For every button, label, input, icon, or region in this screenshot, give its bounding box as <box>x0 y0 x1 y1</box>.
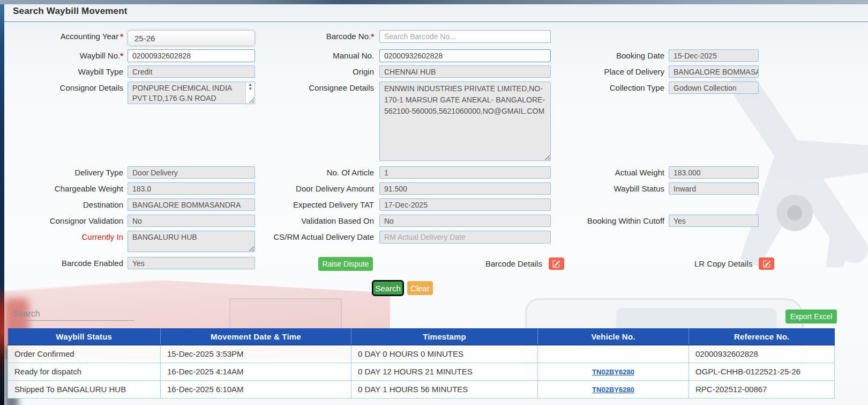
waybill-no-input[interactable] <box>128 49 255 62</box>
chargeable-weight-field: 183.0 <box>128 182 255 195</box>
barcode-details-edit-button[interactable] <box>549 257 564 270</box>
actual-weight-field: 183.000 <box>669 166 759 179</box>
waybill-no-label: Waybill No.* <box>4 49 123 60</box>
datetime-cell: 16-Dec-2025 6:10AM <box>161 380 351 398</box>
consignee-details-label: Consignee Details <box>258 82 374 92</box>
consignor-validation-label: Consignor Validation <box>4 215 123 225</box>
status-cell: Shipped To BANGALURU HUB <box>8 380 161 398</box>
vehicle-cell: TN02BY6280 <box>538 380 689 398</box>
reference-cell: RPC-202512-00867 <box>689 380 835 398</box>
accounting-year-label: Accounting Year* <box>4 30 123 41</box>
waybill-status-field: Inward <box>669 182 759 195</box>
export-excel-button[interactable]: Export Excel <box>785 310 837 323</box>
expected-delivery-tat-field: 17-Dec-2025 <box>379 198 551 211</box>
consignor-validation-field: No <box>128 215 255 227</box>
table-filter-input[interactable] <box>13 307 134 321</box>
col-header-movement-datetime: Movement Date & Time <box>161 328 351 345</box>
movement-table: Waybill Status Movement Date & Time Time… <box>8 328 835 399</box>
search-button[interactable]: Search <box>373 281 403 295</box>
resize-handle-icon[interactable] <box>544 154 550 160</box>
consignor-details-textarea: PONPURE CHEMICAL INDIA PVT LTD,176 G.N R… <box>128 82 255 104</box>
required-asterisk: * <box>120 32 123 41</box>
col-header-vehicle-no: Vehicle No. <box>538 328 689 345</box>
waybill-type-label: Waybill Type <box>4 65 123 76</box>
table-row: Order Confirmed 15-Dec-2025 3:53PM 0 DAY… <box>8 345 835 363</box>
table-row: Shipped To BANGALURU HUB 16-Dec-2025 6:1… <box>8 380 835 398</box>
origin-label: Origin <box>258 65 374 76</box>
currently-in-label: Currently In <box>4 231 123 241</box>
lr-copy-details-edit-button[interactable] <box>759 257 774 270</box>
booking-within-cutoff-field: Yes <box>669 215 759 227</box>
barcode-details-label: Barcode Details <box>485 259 542 268</box>
validation-based-on-field: No <box>379 215 551 227</box>
place-of-delivery-label: Place of Delivery <box>551 65 664 76</box>
collection-type-label: Collection Type <box>551 82 664 92</box>
reference-cell: 02000932602828 <box>689 345 835 363</box>
door-delivery-amount-label: Door Delivery Amount <box>258 182 374 193</box>
table-header-row: Waybill Status Movement Date & Time Time… <box>8 328 835 345</box>
col-header-reference-no: Reference No. <box>689 328 835 345</box>
page-title: Search Waybill Movement <box>13 6 128 17</box>
delivery-type-field: Door Delivery <box>128 166 255 179</box>
currently-in-textarea: BANGALURU HUB <box>128 231 255 252</box>
destination-label: Destination <box>4 198 123 209</box>
actual-weight-label: Actual Weight <box>551 166 664 177</box>
datetime-cell: 16-Dec-2025 4:14AM <box>161 363 351 380</box>
vehicle-no-link[interactable]: TN02BY6280 <box>592 386 634 394</box>
vehicle-cell <box>538 345 689 363</box>
chargeable-weight-label: Chargeable Weight <box>4 182 123 193</box>
place-of-delivery-field: BANGALORE BOMMASANDRA <box>669 65 759 78</box>
barcode-no-input[interactable] <box>379 30 551 43</box>
manual-no-label: Manual No. <box>258 49 374 60</box>
manual-no-input[interactable] <box>379 49 551 62</box>
cs-rm-actual-delivery-date-input[interactable] <box>379 231 551 244</box>
raise-dispute-button[interactable]: Raise Dispute <box>318 257 373 271</box>
title-divider <box>4 21 868 22</box>
timestamp-cell: 0 DAY 0 HOURS 0 MINUTES <box>351 345 538 363</box>
status-cell: Ready for dispatch <box>8 363 161 380</box>
required-asterisk: * <box>371 32 374 41</box>
col-header-timestamp: Timestamp <box>351 328 538 345</box>
timestamp-cell: 0 DAY 12 HOURS 21 MINUTES <box>351 363 538 380</box>
booking-date-field: 15-Dec-2025 <box>669 49 759 62</box>
collection-type-field: Godown Collection <box>669 82 759 94</box>
cs-rm-actual-delivery-date-label: CS/RM Actual Delivery Date <box>258 231 374 241</box>
table-row: Ready for dispatch 16-Dec-2025 4:14AM 0 … <box>8 363 835 380</box>
validation-based-on-label: Validation Based On <box>258 215 374 225</box>
lr-copy-details-label: LR Copy Details <box>694 259 752 268</box>
accounting-year-select[interactable]: 25-26 <box>128 30 255 46</box>
origin-field: CHENNAI HUB <box>379 65 551 78</box>
clear-button[interactable]: Clear <box>407 281 433 295</box>
resize-handle-icon[interactable] <box>249 246 254 251</box>
consignor-details-label: Consignor Details <box>4 82 123 92</box>
barcode-enabled-field: Yes <box>128 257 255 269</box>
no-of-article-label: No. Of Article <box>258 166 374 177</box>
edit-icon <box>552 260 560 268</box>
no-of-article-field: 1 <box>379 166 551 179</box>
booking-within-cutoff-label: Booking Within Cutoff <box>551 215 664 225</box>
datetime-cell: 15-Dec-2025 3:53PM <box>161 345 351 363</box>
expected-delivery-tat-label: Expected Delivery TAT <box>258 198 374 209</box>
reference-cell: OGPL-CHHB-0122521-25-26 <box>689 363 835 380</box>
vehicle-cell: TN02BY6280 <box>538 363 689 380</box>
consignee-details-textarea: ENNWIN INDUSTRIES PRIVATE LIMITED,NO-170… <box>379 82 551 161</box>
waybill-status-label: Waybill Status <box>551 182 664 193</box>
door-delivery-amount-field: 91.500 <box>379 182 551 195</box>
delivery-type-label: Delivery Type <box>4 166 123 177</box>
status-cell: Order Confirmed <box>8 345 161 363</box>
destination-field: BANGALORE BOMMASANDRA <box>128 198 255 211</box>
edit-icon <box>763 260 770 268</box>
window-top-band <box>0 0 868 4</box>
col-header-waybill-status: Waybill Status <box>8 328 161 345</box>
waybill-type-field: Credit <box>128 65 255 78</box>
booking-date-label: Booking Date <box>551 49 664 60</box>
barcode-no-label: Barcode No.* <box>258 30 374 41</box>
barcode-enabled-label: Barcode Enabled <box>4 257 123 268</box>
scroll-down-icon[interactable]: ▼ <box>248 87 252 91</box>
window-left-strip <box>0 4 4 405</box>
waybill-panel: Search Waybill Movement Accounting Year*… <box>4 4 868 405</box>
vehicle-no-link[interactable]: TN02BY6280 <box>592 368 634 376</box>
required-asterisk: * <box>120 51 123 60</box>
timestamp-cell: 0 DAY 1 HOURS 56 MINUTES <box>351 380 538 398</box>
